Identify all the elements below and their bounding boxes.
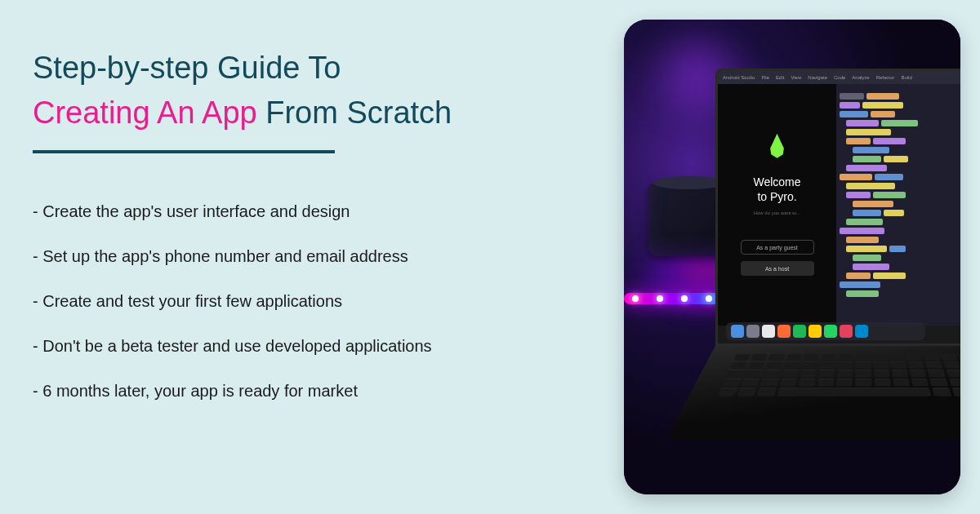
- welcome-line-2: to Pyro.: [757, 190, 796, 203]
- dock-icon: [762, 325, 775, 338]
- menu-item: View: [791, 75, 801, 80]
- menu-item: Navigate: [808, 75, 827, 80]
- dock-icon: [824, 325, 837, 338]
- host-button: As a host: [741, 261, 814, 276]
- led-dot: [706, 295, 712, 302]
- menu-item: Build: [901, 75, 911, 80]
- button-group: As a party guest As a host: [741, 240, 814, 276]
- dock-icon: [808, 325, 822, 338]
- title-part-2: From Scratch: [265, 95, 452, 130]
- ide-menu-bar: Android Studio File Edit View Navigate C…: [718, 71, 960, 84]
- menu-item: Code: [834, 75, 845, 80]
- guest-button: As a party guest: [741, 240, 814, 255]
- steps-list: - Create the app's user interface and de…: [33, 202, 555, 401]
- title-part-1: Step-by-step Guide To: [33, 51, 341, 85]
- screen-content: Welcome to Pyro. How do you want to... A…: [718, 84, 960, 326]
- led-dot: [681, 295, 688, 302]
- welcome-heading: Welcome to Pyro.: [753, 175, 800, 204]
- flame-icon: [768, 134, 787, 158]
- menu-item: File: [761, 75, 769, 80]
- welcome-subtitle: How do you want to...: [754, 210, 801, 215]
- led-dot: [657, 295, 663, 302]
- welcome-line-1: Welcome: [753, 175, 800, 188]
- list-item: - Don't be a beta tester and use develop…: [33, 337, 555, 356]
- macos-dock: [726, 322, 925, 340]
- code-editor: [836, 84, 960, 326]
- list-item: - Create the app's user interface and de…: [33, 202, 555, 221]
- menu-item: Android Studio: [723, 75, 755, 80]
- laptop-screen: Android Studio File Edit View Navigate C…: [715, 69, 960, 346]
- list-item: - 6 months later, your app is ready for …: [33, 382, 555, 401]
- list-item: - Set up the app's phone number and emai…: [33, 247, 555, 266]
- laptop: Android Studio File Edit View Navigate C…: [715, 69, 960, 493]
- dock-icon: [793, 325, 806, 338]
- title-highlight: Creating An App: [33, 95, 257, 130]
- dock-icon: [746, 325, 760, 338]
- laptop-keyboard-base: [666, 346, 960, 440]
- phone-emulator: Welcome to Pyro. How do you want to... A…: [718, 84, 836, 326]
- dock-icon: [855, 325, 868, 338]
- led-dot: [632, 295, 639, 302]
- dock-icon: [840, 325, 853, 338]
- keyboard: [718, 354, 960, 397]
- content-area: Step-by-step Guide To Creating An App Fr…: [0, 0, 588, 459]
- menu-item: Refactor: [876, 75, 895, 80]
- menu-item: Edit: [776, 75, 784, 80]
- list-item: - Create and test your first few applica…: [33, 292, 555, 311]
- dock-icon: [731, 325, 744, 338]
- dock-icon: [777, 325, 791, 338]
- page-title: Step-by-step Guide To Creating An App Fr…: [33, 46, 555, 135]
- scene-background: Android Studio File Edit View Navigate C…: [624, 20, 960, 494]
- hero-image: Android Studio File Edit View Navigate C…: [624, 20, 960, 494]
- menu-item: Analyze: [852, 75, 869, 80]
- title-underline: [33, 150, 335, 153]
